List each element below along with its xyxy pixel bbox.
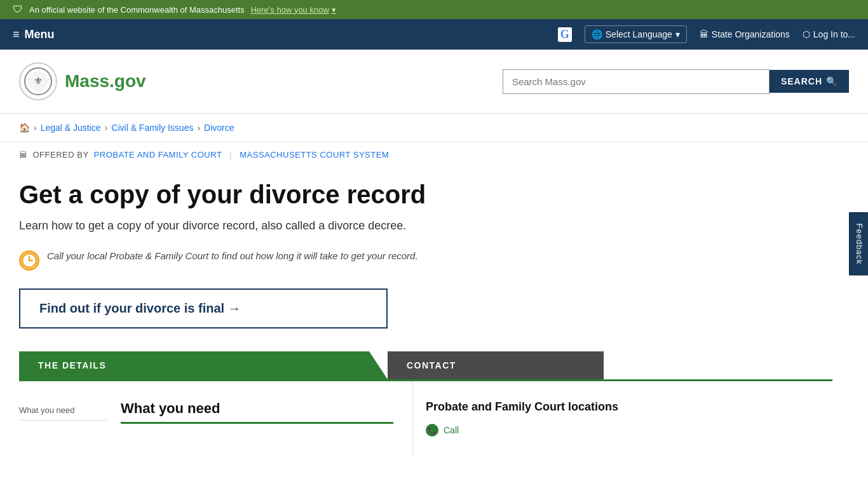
- hamburger-icon: ≡: [13, 28, 20, 41]
- phone-icon: 📞: [426, 424, 438, 437]
- notice-text: Call your local Probate & Family Court t…: [47, 250, 418, 261]
- find-out-link[interactable]: Find out if your divorce is final →: [39, 301, 367, 316]
- tabs-row: THE DETAILS CONTACT: [19, 351, 832, 379]
- svg-text:⚜: ⚜: [34, 76, 43, 86]
- breadcrumb-home[interactable]: 🏠: [19, 123, 30, 133]
- menu-button[interactable]: ≡ Menu: [13, 28, 55, 41]
- nav-bar: ≡ Menu G 🌐 Select Language ▾ 🏛 State Org…: [0, 19, 868, 50]
- search-area: SEARCH 🔍: [503, 69, 849, 94]
- feedback-tab[interactable]: Feedback: [849, 212, 868, 275]
- details-sidebar-nav: What you need: [19, 400, 108, 437]
- heres-how-link[interactable]: Here's how you know ▾: [251, 5, 336, 15]
- site-header: ⚜ Mass.gov SEARCH 🔍: [0, 50, 868, 114]
- breadcrumb-legal[interactable]: Legal & Justice: [41, 123, 101, 133]
- log-in-button[interactable]: ⬡ Log In to...: [803, 29, 855, 39]
- main-content: Get a copy of your divorce record Learn …: [0, 167, 851, 481]
- logo-area: ⚜ Mass.gov: [19, 62, 146, 100]
- building-icon: 🏛: [19, 150, 28, 159]
- search-icon: 🔍: [826, 76, 837, 86]
- login-icon: ⬡: [803, 29, 810, 39]
- state-organizations-link[interactable]: 🏛 State Organizations: [700, 29, 790, 39]
- chevron-down-icon: ▾: [675, 29, 680, 39]
- breadcrumb-civil[interactable]: Civil & Family Issues: [111, 123, 193, 133]
- breadcrumb-chevron: ›: [34, 123, 37, 133]
- globe-icon: 🌐: [592, 29, 602, 39]
- mass-court-system-link[interactable]: Massachusetts Court System: [240, 150, 389, 159]
- clock-icon: [19, 250, 39, 271]
- mass-seal: ⚜: [19, 62, 57, 100]
- details-pane: What you need What you need: [19, 381, 413, 456]
- select-language-button[interactable]: 🌐 Select Language ▾: [585, 25, 687, 43]
- find-out-box[interactable]: Find out if your divorce is final →: [19, 288, 388, 329]
- chevron-down-icon: ▾: [332, 5, 336, 15]
- tab-contact[interactable]: CONTACT: [388, 351, 604, 379]
- notice-box: Call your local Probate & Family Court t…: [19, 250, 832, 271]
- page-subtitle: Learn how to get a copy of your divorce …: [19, 219, 832, 233]
- sidebar-nav-what-you-need[interactable]: What you need: [19, 400, 108, 421]
- page-title: Get a copy of your divorce record: [19, 180, 832, 209]
- building-icon: 🏛: [700, 29, 709, 39]
- offered-by: 🏛 OFFERED BY Probate and Family Court | …: [0, 142, 868, 167]
- what-you-need-heading: What you need: [121, 400, 393, 424]
- breadcrumb: 🏠 › Legal & Justice › Civil & Family Iss…: [0, 114, 868, 142]
- breadcrumb-chevron: ›: [105, 123, 108, 133]
- contact-pane: Probate and Family Court locations 📞 Cal…: [413, 381, 832, 456]
- contact-heading: Probate and Family Court locations: [426, 400, 820, 414]
- google-translate-icon: G: [558, 27, 572, 42]
- offered-by-label: OFFERED BY: [33, 150, 89, 159]
- probate-family-court-link[interactable]: Probate and Family Court: [94, 150, 222, 159]
- content-area: What you need What you need Probate and …: [19, 379, 832, 456]
- top-banner: 🛡 An official website of the Commonwealt…: [0, 0, 868, 19]
- tab-details[interactable]: THE DETAILS: [19, 351, 388, 379]
- contact-call-item: 📞 Call: [426, 424, 820, 437]
- separator: |: [229, 150, 232, 159]
- breadcrumb-divorce[interactable]: Divorce: [204, 123, 234, 133]
- site-logo-text[interactable]: Mass.gov: [65, 71, 146, 92]
- official-text: An official website of the Commonwealth …: [29, 5, 245, 15]
- contact-call-label: Call: [444, 425, 459, 435]
- search-input[interactable]: [503, 69, 770, 94]
- nav-right: G 🌐 Select Language ▾ 🏛 State Organizati…: [558, 25, 855, 43]
- search-button[interactable]: SEARCH 🔍: [770, 70, 849, 93]
- shield-icon: 🛡: [13, 4, 23, 15]
- details-main: What you need: [121, 400, 393, 437]
- breadcrumb-chevron: ›: [197, 123, 200, 133]
